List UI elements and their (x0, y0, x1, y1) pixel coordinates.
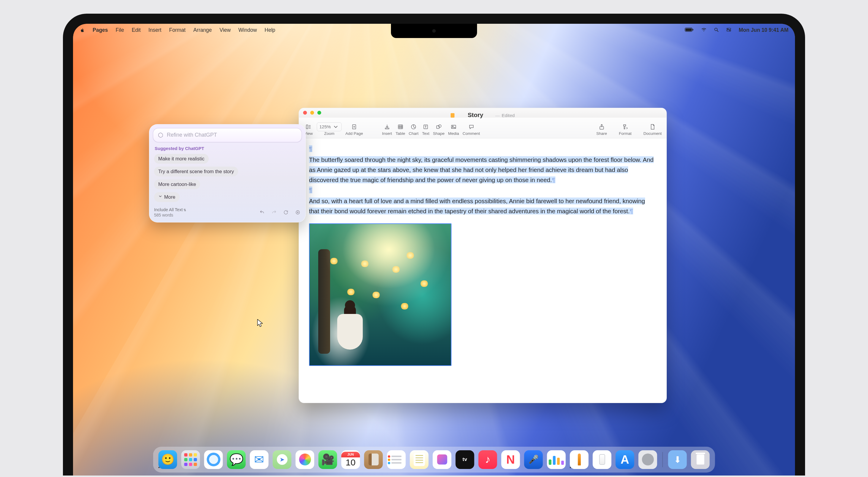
suggestion-chip-cartoon[interactable]: More cartoon-like (154, 179, 200, 189)
dock-mail[interactable]: ✉︎ (250, 450, 269, 469)
dock-settings[interactable] (639, 450, 657, 469)
toolbar-share[interactable]: Share (596, 124, 607, 136)
dock-music[interactable]: ♪ (478, 450, 497, 469)
undo-icon[interactable] (259, 209, 265, 215)
svg-rect-2 (692, 29, 693, 30)
menubar-item-edit[interactable]: Edit (132, 27, 141, 33)
up-down-icon: ⇅ (183, 208, 186, 212)
redo-icon[interactable] (271, 209, 277, 215)
suggestion-chip-realistic[interactable]: Make it more realistic (154, 154, 209, 163)
word-count: 585 words (154, 213, 186, 217)
toolbar-shape[interactable]: Shape (433, 124, 445, 136)
story-image[interactable] (309, 223, 452, 366)
menubar-item-insert[interactable]: Insert (148, 27, 161, 33)
toolbar-zoom[interactable]: 125% Zoom (317, 124, 342, 136)
svg-point-7 (730, 30, 730, 31)
wifi-status-icon[interactable] (701, 27, 707, 34)
paragraph-1: The butterfly soared through the night s… (309, 156, 654, 183)
dock-app-store[interactable]: A (616, 450, 634, 469)
refine-panel: Refine with ChatGPT Suggested by ChatGPT… (149, 124, 306, 222)
suggestion-chip-different-scene[interactable]: Try a different scene from the story (154, 167, 238, 176)
dock-contacts[interactable] (364, 450, 383, 469)
dock-facetime[interactable]: 🎥 (318, 450, 337, 469)
svg-rect-9 (306, 125, 308, 129)
chevron-down-icon (158, 194, 162, 200)
toolbar-chart[interactable]: Chart (409, 124, 418, 136)
dock-reminders[interactable] (387, 450, 406, 469)
spotlight-search-icon[interactable] (714, 27, 719, 34)
dock-tv[interactable]: tv (456, 450, 474, 469)
dock-trash[interactable] (691, 450, 710, 469)
apple-menu-icon[interactable] (80, 28, 85, 33)
pages-doc-icon (451, 113, 455, 118)
dock-finder[interactable]: 🙂 (158, 450, 177, 469)
pilcrow-mark: ¶ (309, 186, 312, 193)
menubar-item-format[interactable]: Format (169, 27, 186, 33)
toolbar-text[interactable]: Text (422, 124, 430, 136)
dock-pages[interactable] (570, 450, 589, 469)
menubar-item-help[interactable]: Help (265, 27, 275, 33)
menubar-item-file[interactable]: File (116, 27, 124, 33)
dock-separator (662, 452, 663, 467)
toolbar-add-page[interactable]: Add Page (345, 124, 363, 136)
regenerate-icon[interactable] (283, 209, 289, 215)
toolbar-comment[interactable]: Comment (463, 124, 480, 136)
battery-status-icon[interactable] (684, 28, 694, 33)
dock-numbers[interactable] (547, 450, 566, 469)
dock: 🙂 💬 ✉︎ ➤ 🎥 JUN10 tv ♪ N 🎤 (153, 447, 715, 473)
dock-calendar[interactable]: JUN10 (341, 450, 360, 469)
more-label: More (164, 194, 176, 200)
dock-notes[interactable] (410, 450, 429, 469)
screen: Pages File Edit Insert Format Arrange Vi… (73, 24, 795, 476)
dock-keynote[interactable]: 🎤 (524, 450, 543, 469)
dock-maps[interactable]: ➤ (273, 450, 291, 469)
menubar-item-view[interactable]: View (219, 27, 231, 33)
menubar-item-arrange[interactable]: Arrange (193, 27, 212, 33)
dock-launchpad[interactable] (181, 450, 200, 469)
dock-messages[interactable]: 💬 (227, 450, 246, 469)
suggestion-chip-more[interactable]: More (154, 192, 180, 202)
add-icon[interactable] (295, 209, 301, 215)
pilcrow-mark: ¶ (309, 145, 312, 152)
svg-rect-1 (686, 28, 692, 31)
menubar-datetime[interactable]: Mon Jun 10 9:41 AM (739, 27, 788, 33)
svg-point-3 (715, 28, 717, 31)
window-title: Story — Edited (299, 110, 666, 120)
window-titlebar[interactable]: Story — Edited (299, 108, 666, 118)
pages-window: Story — Edited View 125% Zoom (299, 108, 667, 403)
menubar-app-name[interactable]: Pages (93, 27, 108, 33)
paragraph-2: And so, with a heart full of love and a … (309, 198, 645, 214)
toolbar-format[interactable]: Format (619, 124, 632, 136)
document-title: Story (458, 108, 493, 125)
document-body[interactable]: ¶ The butterfly soared through the night… (299, 139, 666, 373)
toolbar-table[interactable]: Table (395, 124, 405, 136)
svg-rect-11 (385, 128, 389, 129)
dock-news[interactable]: N (501, 450, 520, 469)
toolbar-media[interactable]: Media (448, 124, 459, 136)
suggested-label: Suggested by ChatGPT (155, 146, 300, 151)
svg-point-16 (438, 124, 441, 127)
dock-downloads[interactable]: ⬇ (668, 450, 687, 469)
edited-label: Edited (502, 113, 515, 118)
refine-placeholder: Refine with ChatGPT (167, 132, 217, 138)
laptop: Pages File Edit Insert Format Arrange Vi… (63, 14, 805, 476)
toolbar-insert[interactable]: Insert (382, 124, 392, 136)
display-notch (391, 24, 477, 38)
dock-freeform[interactable] (433, 450, 452, 469)
dock-photos[interactable] (296, 450, 314, 469)
toolbar-document[interactable]: Document (643, 124, 662, 136)
menubar-item-window[interactable]: Window (238, 27, 257, 33)
svg-rect-4 (727, 28, 731, 29)
chatgpt-icon (157, 132, 164, 139)
svg-point-5 (727, 28, 728, 29)
svg-rect-12 (398, 125, 403, 129)
laptop-bezel: Pages File Edit Insert Format Arrange Vi… (63, 14, 805, 476)
refine-search-field[interactable]: Refine with ChatGPT (153, 128, 302, 142)
dock-safari[interactable] (204, 450, 223, 469)
svg-rect-6 (727, 30, 731, 31)
control-center-icon[interactable] (726, 27, 732, 34)
mouse-cursor-icon (257, 319, 264, 328)
include-all-text[interactable]: Include All Text⇅ (154, 207, 186, 212)
dock-xcode[interactable] (593, 450, 612, 469)
